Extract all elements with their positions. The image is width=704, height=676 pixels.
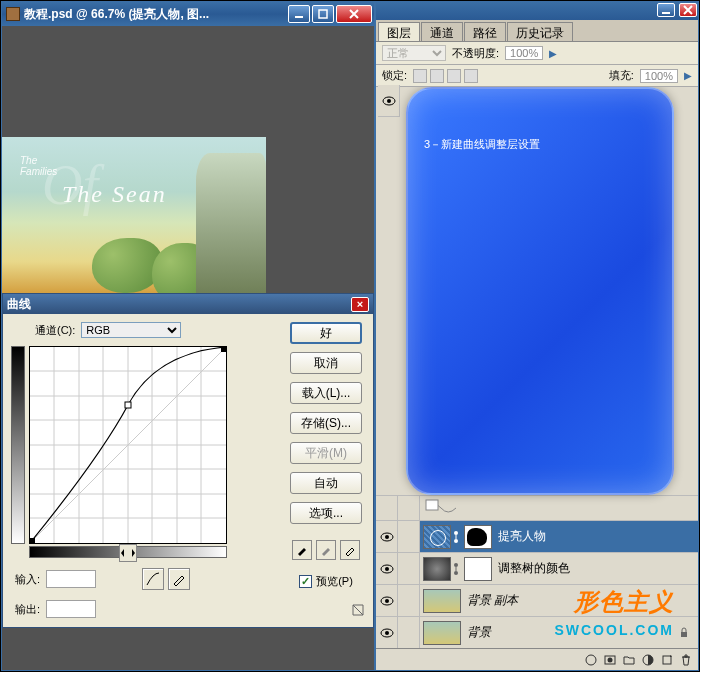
- output-value[interactable]: [46, 600, 96, 618]
- panel-tabs: 图层 通道 路径 历史记录: [376, 20, 698, 42]
- ok-button[interactable]: 好: [290, 322, 362, 344]
- cancel-button[interactable]: 取消: [290, 352, 362, 374]
- visibility-icon[interactable]: [376, 585, 398, 616]
- link-col[interactable]: [398, 496, 420, 520]
- opacity-arrow-icon[interactable]: ▶: [549, 48, 557, 59]
- curves-titlebar[interactable]: 曲线 ×: [3, 294, 373, 314]
- visibility-icon[interactable]: [376, 553, 398, 584]
- black-eyedropper[interactable]: [292, 540, 312, 560]
- panel-close-button[interactable]: [679, 3, 697, 17]
- gradient-slider[interactable]: [119, 544, 137, 562]
- layer-mask-icon[interactable]: [602, 652, 618, 668]
- trash-icon[interactable]: [678, 652, 694, 668]
- document-canvas[interactable]: Of TheFamilies The Sean: [2, 137, 266, 293]
- window-title: 教程.psd @ 66.7% (提亮人物, 图...: [24, 6, 286, 23]
- fill-arrow-icon[interactable]: ▶: [684, 70, 692, 81]
- panel-titlebar[interactable]: [376, 2, 698, 20]
- canvas-area[interactable]: Of TheFamilies The Sean: [2, 26, 374, 293]
- document-window: 教程.psd @ 66.7% (提亮人物, 图... Of TheFamilie…: [1, 1, 375, 671]
- pencil-tool-button[interactable]: [168, 568, 190, 590]
- opacity-label: 不透明度:: [452, 46, 499, 61]
- maximize-button[interactable]: [312, 5, 334, 23]
- svg-rect-0: [295, 16, 303, 18]
- save-button[interactable]: 存储(S)...: [290, 412, 362, 434]
- tab-history[interactable]: 历史记录: [507, 22, 573, 41]
- svg-point-28: [385, 567, 389, 571]
- options-button[interactable]: 选项...: [290, 502, 362, 524]
- svg-point-37: [586, 655, 596, 665]
- output-label: 输出:: [15, 602, 40, 617]
- curve-tool-button[interactable]: [142, 568, 164, 590]
- lock-all-icon[interactable]: [464, 69, 478, 83]
- resize-icon[interactable]: [351, 603, 365, 619]
- lock-position-icon[interactable]: [447, 69, 461, 83]
- layer-set-icon[interactable]: [621, 652, 637, 668]
- svg-point-39: [608, 657, 613, 662]
- layer-row[interactable]: [376, 495, 698, 521]
- titlebar[interactable]: 教程.psd @ 66.7% (提亮人物, 图...: [2, 2, 374, 26]
- svg-point-25: [454, 539, 458, 543]
- panel-minimize-button[interactable]: [657, 3, 675, 17]
- curves-close-button[interactable]: ×: [351, 297, 369, 312]
- minimize-button[interactable]: [288, 5, 310, 23]
- lock-transparency-icon[interactable]: [413, 69, 427, 83]
- svg-point-23: [385, 535, 389, 539]
- layer-thumb[interactable]: [423, 621, 461, 645]
- load-button[interactable]: 载入(L)...: [290, 382, 362, 404]
- svg-rect-41: [663, 656, 671, 664]
- tab-paths[interactable]: 路径: [464, 22, 506, 41]
- close-button[interactable]: [336, 5, 372, 23]
- lock-icon: [678, 626, 690, 640]
- link-col[interactable]: [398, 585, 420, 616]
- visibility-icon[interactable]: [376, 521, 398, 552]
- visibility-icon[interactable]: [376, 617, 398, 648]
- smooth-button: 平滑(M): [290, 442, 362, 464]
- svg-point-33: [385, 599, 389, 603]
- svg-rect-17: [30, 538, 35, 543]
- layer-name[interactable]: 提亮人物: [498, 528, 546, 545]
- layer-name[interactable]: 调整树的颜色: [498, 560, 570, 577]
- svg-rect-18: [221, 347, 226, 352]
- curves-graph[interactable]: [29, 346, 227, 544]
- blend-row: 正常 不透明度: 100% ▶: [376, 42, 698, 65]
- adjustment-layer-icon[interactable]: [640, 652, 656, 668]
- watermark-url: SWCOOL.COM: [554, 622, 674, 638]
- layer-thumb[interactable]: [423, 589, 461, 613]
- auto-button[interactable]: 自动: [290, 472, 362, 494]
- input-value[interactable]: [46, 570, 96, 588]
- preview-label: 预览(P): [316, 574, 353, 589]
- tab-channels[interactable]: 通道: [421, 22, 463, 41]
- opacity-value[interactable]: 100%: [505, 46, 543, 60]
- svg-point-43: [387, 99, 391, 103]
- tab-layers[interactable]: 图层: [378, 22, 420, 41]
- gray-eyedropper[interactable]: [316, 540, 336, 560]
- svg-point-29: [454, 563, 458, 567]
- fill-value[interactable]: 100%: [640, 69, 678, 83]
- lock-label: 锁定:: [382, 68, 407, 83]
- layer-mask[interactable]: [464, 525, 492, 549]
- vertical-gradient: [11, 346, 25, 544]
- adjustment-thumb[interactable]: [423, 525, 451, 549]
- layer-mask[interactable]: [464, 557, 492, 581]
- layer-name[interactable]: 背景 副本: [467, 592, 518, 609]
- fill-label: 填充:: [609, 68, 634, 83]
- watermark: 形色主义: [574, 586, 674, 618]
- svg-rect-1: [319, 10, 327, 18]
- visibility-icon[interactable]: [376, 496, 398, 520]
- white-eyedropper[interactable]: [340, 540, 360, 560]
- channel-select[interactable]: RGB: [81, 322, 181, 338]
- adjustment-thumb[interactable]: [423, 557, 451, 581]
- blend-mode-select[interactable]: 正常: [382, 45, 446, 61]
- link-col[interactable]: [398, 521, 420, 552]
- link-col[interactable]: [398, 553, 420, 584]
- app-icon: [6, 7, 20, 21]
- layer-row[interactable]: 调整树的颜色: [376, 553, 698, 585]
- link-col[interactable]: [398, 617, 420, 648]
- layer-style-icon[interactable]: [583, 652, 599, 668]
- layer-name[interactable]: 背景: [467, 624, 491, 641]
- lock-paint-icon[interactable]: [430, 69, 444, 83]
- preview-checkbox[interactable]: ✓: [299, 575, 312, 588]
- layer-row[interactable]: 提亮人物: [376, 521, 698, 553]
- panels-window: 图层 通道 路径 历史记录 正常 不透明度: 100% ▶ 锁定: 填充: 10…: [375, 1, 699, 671]
- new-layer-icon[interactable]: [659, 652, 675, 668]
